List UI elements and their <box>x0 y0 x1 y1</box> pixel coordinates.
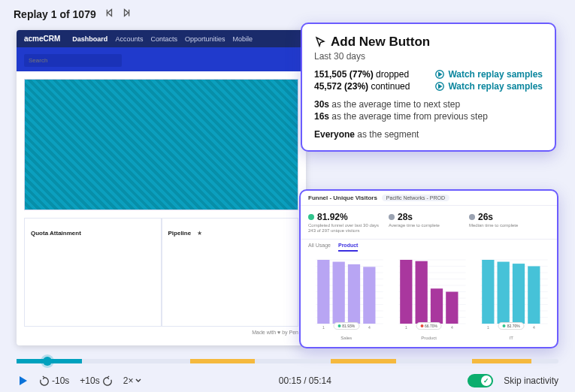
svg-rect-38 <box>446 292 458 324</box>
toggle-knob: ✓ <box>481 375 492 386</box>
svg-text:1: 1 <box>322 325 325 330</box>
card-title: Quota Attainment <box>31 230 81 237</box>
funnel-tabs: All Usage Product <box>301 240 557 252</box>
tab-all-usage[interactable]: All Usage <box>308 243 331 252</box>
chart-axis-label: IT <box>473 336 549 340</box>
playback-time: 00:15 / 05:14 <box>279 375 331 386</box>
status-dot-icon <box>389 214 395 220</box>
cursor-icon <box>314 36 326 48</box>
chart-sales: 1234 81.93% Sales <box>308 256 385 340</box>
forward-10s-button[interactable]: +10s <box>80 375 112 386</box>
search-input[interactable] <box>24 54 122 67</box>
rewind-icon <box>39 375 50 386</box>
continued-stat: 45,572 (23%) continued <box>314 81 427 92</box>
play-button[interactable] <box>17 375 29 387</box>
svg-rect-13 <box>317 260 329 324</box>
app-brand: acmeCRM <box>24 35 60 43</box>
card-pipeline: Pipeline ★ <box>162 218 299 327</box>
tab-product[interactable]: Product <box>338 243 358 252</box>
play-circle-icon <box>434 69 445 80</box>
svg-text:4: 4 <box>368 325 371 330</box>
watch-replay-dropped-link[interactable]: Watch replay samples <box>434 69 543 80</box>
chevron-down-icon <box>135 377 142 384</box>
funnel-dashboard: Funnel - Unique Visitors Pacific Network… <box>299 189 558 348</box>
project-chip[interactable]: Pacific Networks - PROD <box>382 194 449 201</box>
dashboard-hero-panel <box>24 79 298 210</box>
replay-counter: Replay 1 of 1079 <box>14 8 96 20</box>
timeline-scrubber[interactable] <box>43 357 52 366</box>
kpi-avg-time: 28s Average time to complete <box>389 212 469 233</box>
nav-contacts[interactable]: Contacts <box>150 35 177 43</box>
chart-value-pill: 81.93% <box>333 322 359 330</box>
status-dot-icon <box>308 214 314 220</box>
svg-rect-17 <box>348 264 360 324</box>
kpi-completion: 81.92% Completed funnel over last 30 day… <box>308 212 389 233</box>
bar-chart: 1234 <box>473 256 549 331</box>
status-dot-icon <box>469 214 475 220</box>
svg-rect-19 <box>363 267 375 324</box>
element-analytics-tooltip: Add New Button Last 30 days 151,505 (77%… <box>301 23 556 152</box>
avg-time-prev: 16s as the average time from previous st… <box>314 111 543 122</box>
svg-text:4: 4 <box>533 325 535 330</box>
rewind-10s-button[interactable]: -10s <box>39 375 69 386</box>
tooltip-subtitle: Last 30 days <box>314 51 543 62</box>
kpi-median-time: 26s Median time to complete <box>469 212 549 233</box>
player-controls: -10s +10s 2× 00:15 / 05:14 ✓ Skip inacti… <box>17 374 558 387</box>
forward-icon <box>102 375 113 386</box>
dropped-stat: 151,505 (77%) dropped <box>314 69 427 80</box>
segment-line: Everyone as the segment <box>314 129 543 140</box>
playback-speed-button[interactable]: 2× <box>123 375 143 386</box>
recorded-app-window: acmeCRM Dashboard Accounts Contacts Oppo… <box>17 30 306 345</box>
chart-axis-label: Product <box>391 336 468 340</box>
chart-value-pill: 66.70% <box>416 322 442 330</box>
funnel-charts-row: 1234 81.93% Sales 1234 66.70% Product 12… <box>301 252 557 346</box>
dashboard-cards-row: Quota Attainment Pipeline ★ <box>24 218 298 327</box>
prev-replay-button[interactable] <box>104 8 114 21</box>
svg-rect-51 <box>483 260 495 324</box>
svg-rect-32 <box>400 260 412 324</box>
chart-it: 1234 82.70% IT <box>473 256 549 340</box>
play-circle-icon <box>434 81 445 92</box>
bar-chart: 1234 <box>308 256 385 331</box>
watch-replay-continued-link[interactable]: Watch replay samples <box>434 81 543 92</box>
card-title: Pipeline <box>168 230 192 237</box>
star-icon: ★ <box>197 230 202 237</box>
app-search-bar <box>17 47 306 71</box>
player-timeline[interactable] <box>17 359 558 363</box>
skip-inactivity-label: Skip inactivity <box>504 375 558 386</box>
card-quota-attainment: Quota Attainment <box>24 218 162 327</box>
svg-text:1: 1 <box>405 325 407 330</box>
funnel-title: Funnel - Unique Visitors <box>308 194 377 201</box>
funnel-kpi-row: 81.92% Completed funnel over last 30 day… <box>301 206 557 240</box>
nav-mobile[interactable]: Mobile <box>232 35 253 43</box>
svg-text:1: 1 <box>487 325 489 330</box>
next-replay-button[interactable] <box>122 8 132 21</box>
svg-rect-55 <box>513 264 525 324</box>
bar-chart: 1234 <box>391 256 468 331</box>
svg-rect-15 <box>333 262 345 324</box>
avg-time-next: 30s as the average time to next step <box>314 99 543 110</box>
funnel-header: Funnel - Unique Visitors Pacific Network… <box>301 191 557 206</box>
svg-rect-53 <box>498 262 510 324</box>
svg-rect-36 <box>431 288 443 324</box>
chart-value-pill: 82.70% <box>498 322 525 330</box>
nav-dashboard[interactable]: Dashboard <box>72 35 107 43</box>
svg-text:4: 4 <box>451 325 453 330</box>
app-footer-credit: Made with ♥ by Pen <box>17 327 306 338</box>
svg-rect-57 <box>528 267 540 324</box>
nav-accounts[interactable]: Accounts <box>115 35 143 43</box>
app-nav: acmeCRM Dashboard Accounts Contacts Oppo… <box>17 30 306 47</box>
chart-axis-label: Sales <box>308 336 385 340</box>
chart-product: 1234 66.70% Product <box>391 256 468 340</box>
skip-inactivity-toggle[interactable]: ✓ <box>468 374 493 387</box>
nav-opportunities[interactable]: Opportunities <box>185 35 225 43</box>
tooltip-title: Add New Button <box>314 35 543 50</box>
svg-rect-34 <box>415 261 427 324</box>
